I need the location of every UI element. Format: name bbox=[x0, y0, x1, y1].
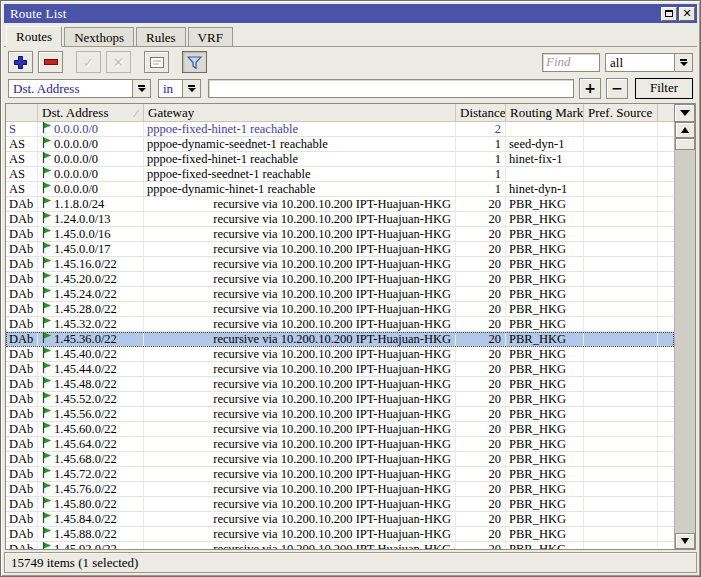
route-routing-mark: PBR_HKG bbox=[506, 317, 584, 331]
add-button[interactable] bbox=[8, 51, 33, 73]
route-pref-source bbox=[584, 302, 658, 316]
table-row[interactable]: DAb 1.45.88.0/22 recursive via 10.200.10… bbox=[6, 527, 674, 542]
table-row[interactable]: DAb 1.45.72.0/22 recursive via 10.200.10… bbox=[6, 467, 674, 482]
route-dst-cell: 1.45.56.0/22 bbox=[38, 407, 144, 421]
filter-remove-button[interactable]: − bbox=[606, 78, 628, 99]
route-routing-mark: hinet-fix-1 bbox=[506, 152, 584, 166]
tab-nexthops[interactable]: Nexthops bbox=[64, 27, 134, 46]
route-pref-source bbox=[584, 497, 658, 511]
table-row[interactable]: DAb 1.45.44.0/22 recursive via 10.200.10… bbox=[6, 362, 674, 377]
titlebar[interactable]: Route List ✕ bbox=[4, 4, 697, 23]
find-input[interactable] bbox=[542, 53, 600, 72]
table-row[interactable]: DAb 1.45.56.0/22 recursive via 10.200.10… bbox=[6, 407, 674, 422]
route-routing-mark: PBR_HKG bbox=[506, 302, 584, 316]
scrollbar-track[interactable] bbox=[675, 138, 695, 533]
table-row[interactable]: AS 0.0.0.0/0 pppoe-fixed-seednet-1 reach… bbox=[6, 167, 674, 182]
route-distance: 20 bbox=[456, 272, 506, 286]
tab-rules[interactable]: Rules bbox=[136, 27, 186, 46]
filter-field-dropdown-button[interactable] bbox=[132, 79, 151, 98]
close-button[interactable]: ✕ bbox=[679, 7, 695, 21]
table-row[interactable]: DAb 1.45.64.0/22 recursive via 10.200.10… bbox=[6, 437, 674, 452]
filter-toggle-button[interactable] bbox=[182, 51, 207, 73]
table-row[interactable]: DAb 1.45.20.0/22 recursive via 10.200.10… bbox=[6, 272, 674, 287]
table-row[interactable]: DAb 1.45.92.0/22 recursive via 10.200.10… bbox=[6, 542, 674, 549]
route-pref-source bbox=[584, 392, 658, 406]
table-row[interactable]: S 0.0.0.0/0 pppoe-fixed-hinet-1 reachabl… bbox=[6, 122, 674, 137]
route-flag-icon bbox=[42, 407, 51, 421]
column-header-pref-source[interactable]: Pref. Source bbox=[584, 104, 658, 121]
filter-add-button[interactable]: + bbox=[579, 78, 601, 99]
table-row[interactable]: DAb 1.45.76.0/22 recursive via 10.200.10… bbox=[6, 482, 674, 497]
table-row[interactable]: AS 0.0.0.0/0 pppoe-dynamic-seednet-1 rea… bbox=[6, 137, 674, 152]
route-flags: DAb bbox=[6, 452, 38, 466]
scroll-down-button[interactable] bbox=[675, 533, 695, 549]
table-row[interactable]: AS 0.0.0.0/0 pppoe-fixed-hinet-1 reachab… bbox=[6, 152, 674, 167]
route-routing-mark: PBR_HKG bbox=[506, 272, 584, 286]
route-dst-address: 1.45.60.0/22 bbox=[54, 422, 117, 436]
route-dst-address: 1.45.36.0/22 bbox=[54, 332, 117, 346]
comment-button[interactable] bbox=[144, 51, 169, 73]
route-pref-source bbox=[584, 257, 658, 271]
find-scope-dropdown-button[interactable] bbox=[674, 53, 693, 72]
table-row[interactable]: DAb 1.45.68.0/22 recursive via 10.200.10… bbox=[6, 452, 674, 467]
filter-operator-dropdown-button[interactable] bbox=[182, 79, 201, 98]
column-header-distance[interactable]: Distance bbox=[456, 104, 506, 121]
table-row[interactable]: DAb 1.45.84.0/22 recursive via 10.200.10… bbox=[6, 512, 674, 527]
tab-routes[interactable]: Routes bbox=[6, 26, 62, 47]
route-filler-cell bbox=[658, 302, 674, 316]
table-row[interactable]: DAb 1.45.0.0/16 recursive via 10.200.10.… bbox=[6, 227, 674, 242]
filter-operator-value[interactable]: in bbox=[158, 79, 182, 98]
table-row[interactable]: DAb 1.1.8.0/24 recursive via 10.200.10.2… bbox=[6, 197, 674, 212]
route-gateway: recursive via 10.200.10.200 IPT-Huajuan-… bbox=[144, 257, 456, 271]
route-flag-icon bbox=[42, 467, 51, 481]
column-selector-button[interactable] bbox=[674, 104, 695, 122]
tab-vrf[interactable]: VRF bbox=[188, 27, 233, 46]
table-row[interactable]: DAb 1.45.36.0/22 recursive via 10.200.10… bbox=[6, 332, 674, 347]
filter-field-value[interactable]: Dst. Address bbox=[8, 79, 132, 98]
filter-bar: Dst. Address in + − Filter bbox=[4, 76, 697, 103]
route-flag-icon bbox=[42, 302, 51, 316]
table-row[interactable]: DAb 1.45.28.0/22 recursive via 10.200.10… bbox=[6, 302, 674, 317]
table-row[interactable]: DAb 1.45.0.0/17 recursive via 10.200.10.… bbox=[6, 242, 674, 257]
route-dst-cell: 1.45.40.0/22 bbox=[38, 347, 144, 361]
route-pref-source bbox=[584, 197, 658, 211]
table-row[interactable]: AS 0.0.0.0/0 pppoe-dynamic-hinet-1 reach… bbox=[6, 182, 674, 197]
table-row[interactable]: DAb 1.24.0.0/13 recursive via 10.200.10.… bbox=[6, 212, 674, 227]
route-dst-cell: 1.45.28.0/22 bbox=[38, 302, 144, 316]
column-header-dst-address[interactable]: Dst. Address ∕ bbox=[38, 104, 144, 121]
table-row[interactable]: DAb 1.45.40.0/22 recursive via 10.200.10… bbox=[6, 347, 674, 362]
column-header-gateway[interactable]: Gateway bbox=[144, 104, 456, 121]
route-distance: 20 bbox=[456, 482, 506, 496]
table-row[interactable]: DAb 1.45.48.0/22 recursive via 10.200.10… bbox=[6, 377, 674, 392]
table-row[interactable]: DAb 1.45.24.0/22 recursive via 10.200.10… bbox=[6, 287, 674, 302]
filter-apply-button[interactable]: Filter bbox=[635, 78, 693, 99]
table-row[interactable]: DAb 1.45.16.0/22 recursive via 10.200.10… bbox=[6, 257, 674, 272]
route-distance: 20 bbox=[456, 227, 506, 241]
find-scope-value[interactable]: all bbox=[605, 53, 674, 72]
route-distance: 20 bbox=[456, 512, 506, 526]
route-dst-cell: 1.45.92.0/22 bbox=[38, 542, 144, 549]
table-row[interactable]: DAb 1.45.52.0/22 recursive via 10.200.10… bbox=[6, 392, 674, 407]
filter-operator-combo: in bbox=[158, 79, 201, 98]
route-flags: DAb bbox=[6, 482, 38, 496]
route-gateway: recursive via 10.200.10.200 IPT-Huajuan-… bbox=[144, 302, 456, 316]
remove-button[interactable] bbox=[38, 51, 63, 73]
scroll-up-button[interactable] bbox=[675, 122, 695, 138]
vertical-scrollbar[interactable] bbox=[674, 122, 695, 549]
table-row[interactable]: DAb 1.45.32.0/22 recursive via 10.200.10… bbox=[6, 317, 674, 332]
route-routing-mark: seed-dyn-1 bbox=[506, 137, 584, 151]
route-distance: 20 bbox=[456, 542, 506, 549]
route-dst-address: 0.0.0.0/0 bbox=[54, 152, 98, 166]
maximize-button[interactable] bbox=[661, 7, 677, 21]
column-header-routing-mark[interactable]: Routing Mark bbox=[506, 104, 584, 121]
route-flag-icon bbox=[42, 332, 51, 346]
route-filler-cell bbox=[658, 407, 674, 421]
route-flags: DAb bbox=[6, 377, 38, 391]
scrollbar-thumb[interactable] bbox=[675, 138, 695, 150]
column-header-flags[interactable] bbox=[6, 104, 38, 121]
table-row[interactable]: DAb 1.45.80.0/22 recursive via 10.200.10… bbox=[6, 497, 674, 512]
route-filler-cell bbox=[658, 152, 674, 166]
route-dst-cell: 1.45.68.0/22 bbox=[38, 452, 144, 466]
table-row[interactable]: DAb 1.45.60.0/22 recursive via 10.200.10… bbox=[6, 422, 674, 437]
filter-value-input[interactable] bbox=[208, 79, 574, 98]
